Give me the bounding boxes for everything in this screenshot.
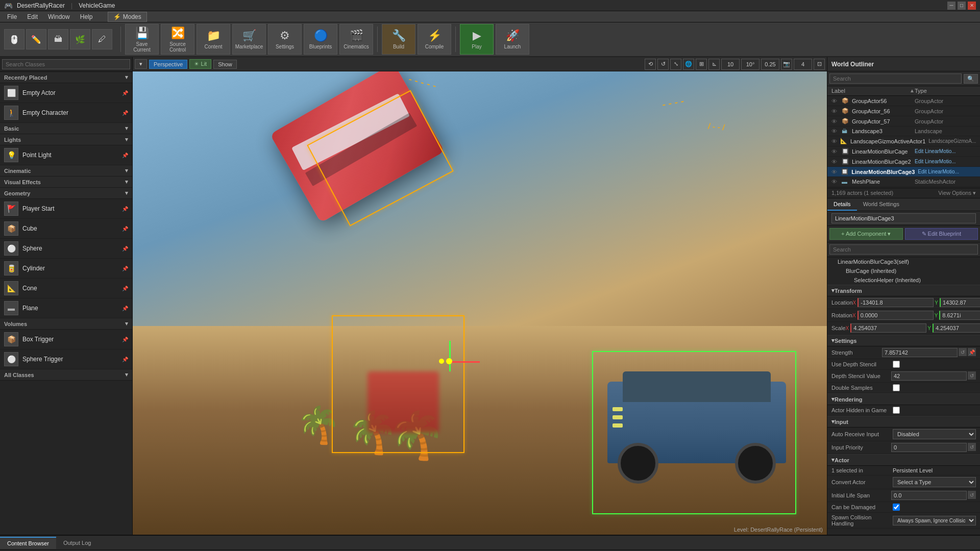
auto-receive-input-select[interactable]: Disabled	[893, 429, 976, 439]
vc-rotate-btn[interactable]: ↺	[657, 59, 669, 70]
outliner-item-6[interactable]: 👁 🔲 LinearMotionBlurCage2 Edit LinearMot…	[827, 157, 980, 167]
outliner-item-0[interactable]: 👁 📦 GroupActor56 GroupActor	[827, 96, 980, 106]
perspective-btn[interactable]: Perspective	[149, 60, 187, 69]
vc-camera-btn[interactable]: 📷	[781, 59, 792, 70]
tab-output-log[interactable]: Output Log	[56, 537, 98, 548]
category-visual-effects[interactable]: Visual Effects ▾	[0, 177, 132, 188]
outliner-item-4[interactable]: 👁 📐 LandscapeGizmoActiveActor1 Landscape…	[827, 136, 980, 146]
location-x-input[interactable]	[857, 298, 934, 307]
minimize-button[interactable]: ─	[947, 2, 955, 10]
modes-button[interactable]: ⚡ Modes	[108, 12, 146, 22]
vc-grid-btn[interactable]: ⊞	[696, 59, 707, 70]
mode-paint-btn[interactable]: ✏️	[26, 29, 46, 49]
play-button[interactable]: ▶ Play	[460, 24, 494, 55]
category-geometry[interactable]: Geometry ▾	[0, 188, 132, 199]
launch-button[interactable]: 🚀 Launch	[496, 24, 529, 55]
vc-scale-btn[interactable]: ⤡	[670, 59, 681, 70]
plane-pin[interactable]: 📌	[122, 306, 128, 311]
details-search-input[interactable]	[829, 244, 978, 255]
actor-sphere[interactable]: ⚪ Sphere 📌	[0, 239, 132, 259]
double-samples-checkbox[interactable]	[893, 384, 900, 391]
maximize-button[interactable]: □	[958, 2, 966, 10]
close-button[interactable]: ✕	[968, 2, 976, 10]
mode-select-btn[interactable]: 🖱️	[4, 29, 24, 49]
actor-cone[interactable]: 📐 Cone 📌	[0, 279, 132, 298]
tab-world-settings[interactable]: World Settings	[857, 198, 905, 211]
actor-cube[interactable]: 📦 Cube 📌	[0, 219, 132, 239]
category-recently-placed[interactable]: Recently Placed ▾	[0, 72, 132, 83]
menu-help[interactable]: Help	[75, 12, 98, 21]
empty-actor-pin[interactable]: 📌	[122, 90, 128, 96]
category-cinematic[interactable]: Cinematic ▾	[0, 165, 132, 177]
rotation-y-input[interactable]	[939, 311, 980, 320]
cone-pin[interactable]: 📌	[122, 286, 128, 291]
location-y-input[interactable]	[940, 298, 980, 307]
rotation-x-input[interactable]	[857, 311, 934, 320]
viewport[interactable]: 🌴 🌴 🌴	[133, 71, 827, 535]
source-control-button[interactable]: 🔀 Source Control	[161, 24, 194, 55]
section-transform[interactable]: ▾ Transform	[827, 285, 980, 296]
outliner-search-btn[interactable]: 🔍	[964, 74, 978, 84]
section-settings[interactable]: ▾ Settings	[827, 335, 980, 346]
compile-button[interactable]: ⚡ Compile	[418, 24, 451, 55]
scale-input[interactable]	[761, 59, 779, 70]
scale-x-input[interactable]	[850, 323, 926, 333]
actor-sphere-trigger[interactable]: ⚪ Sphere Trigger 📌	[0, 349, 132, 369]
point-light-pin[interactable]: 📌	[122, 153, 128, 158]
vc-translate-btn[interactable]: ⟲	[645, 59, 656, 70]
input-priority-input[interactable]	[891, 443, 967, 452]
empty-character-pin[interactable]: 📌	[122, 110, 128, 116]
strength-input[interactable]	[882, 348, 958, 357]
can-be-damaged-checkbox[interactable]	[893, 504, 900, 511]
menu-window[interactable]: Window	[43, 12, 75, 21]
initial-life-span-input[interactable]	[891, 491, 967, 500]
build-button[interactable]: 🔧 Build	[382, 24, 415, 55]
box-trigger-pin[interactable]: 📌	[122, 337, 128, 342]
section-actor[interactable]: ▾ Actor	[827, 454, 980, 466]
actor-point-light[interactable]: 💡 Point Light 📌	[0, 145, 132, 165]
spawn-collision-select[interactable]: Always Spawn, Ignore Collisions ▾	[893, 516, 976, 525]
actor-cylinder[interactable]: 🥫 Cylinder 📌	[0, 259, 132, 279]
outliner-item-3[interactable]: 👁 🏔 Landscape3 Landscape	[827, 127, 980, 136]
vc-angle-btn[interactable]: ⊾	[708, 59, 720, 70]
marketplace-button[interactable]: 🛒 Marketplace	[232, 24, 266, 55]
actor-hidden-checkbox[interactable]	[893, 407, 900, 414]
actor-empty-actor[interactable]: ⬜ Empty Actor 📌	[0, 83, 132, 103]
selected-actor-name-input[interactable]	[831, 213, 976, 223]
mode-brush-btn[interactable]: 🖊	[92, 29, 112, 49]
mode-foliage-btn[interactable]: 🌿	[70, 29, 90, 49]
convert-actor-select[interactable]: Select a Type	[893, 477, 976, 487]
outliner-item-1[interactable]: 👁 📦 GroupActor_56 GroupActor	[827, 106, 980, 116]
outliner-search-input[interactable]	[829, 73, 962, 84]
player-start-pin[interactable]: 📌	[122, 206, 128, 212]
content-button[interactable]: 📁 Content	[197, 24, 230, 55]
strength-pin-btn[interactable]: 📌	[968, 348, 976, 356]
camera-speed-input[interactable]	[794, 59, 812, 70]
depth-stencil-btn[interactable]: ↺	[968, 371, 976, 380]
actor-plane[interactable]: ▬ Plane 📌	[0, 298, 132, 318]
initial-life-span-btn[interactable]: ↺	[968, 491, 976, 499]
hierarchy-item-self[interactable]: LinearMotionBlurCage3(self)	[827, 257, 980, 266]
actor-player-start[interactable]: 🚩 Player Start 📌	[0, 199, 132, 219]
menu-edit[interactable]: Edit	[22, 12, 43, 21]
category-volumes[interactable]: Volumes ▾	[0, 318, 132, 330]
mode-landscape-btn[interactable]: 🏔	[48, 29, 68, 49]
category-all-classes[interactable]: All Classes ▾	[0, 369, 132, 381]
actor-empty-character[interactable]: 🚶 Empty Character 📌	[0, 103, 132, 123]
strength-reset-btn[interactable]: ↺	[959, 348, 967, 356]
cylinder-pin[interactable]: 📌	[122, 266, 128, 271]
grid-size-input[interactable]	[721, 59, 740, 70]
category-lights[interactable]: Lights ▾	[0, 134, 132, 145]
cube-pin[interactable]: 📌	[122, 226, 128, 232]
viewport-dropdown-btn[interactable]: ▾	[135, 59, 147, 69]
save-current-button[interactable]: 💾 Save Current	[125, 24, 159, 55]
actor-box-trigger[interactable]: 📦 Box Trigger 📌	[0, 330, 132, 349]
outliner-item-5[interactable]: 👁 🔲 LinearMotionBlurCage Edit LinearMoti…	[827, 146, 980, 157]
cinematics-button[interactable]: 🎬 Cinematics	[339, 24, 373, 55]
outliner-item-2[interactable]: 👁 📦 GroupActor_57 GroupActor	[827, 116, 980, 127]
vc-world-btn[interactable]: 🌐	[683, 59, 694, 70]
menu-file[interactable]: File	[2, 12, 22, 21]
tab-details[interactable]: Details	[827, 198, 857, 211]
depth-stencil-input[interactable]	[891, 371, 967, 381]
input-priority-btn[interactable]: ↺	[968, 443, 976, 451]
